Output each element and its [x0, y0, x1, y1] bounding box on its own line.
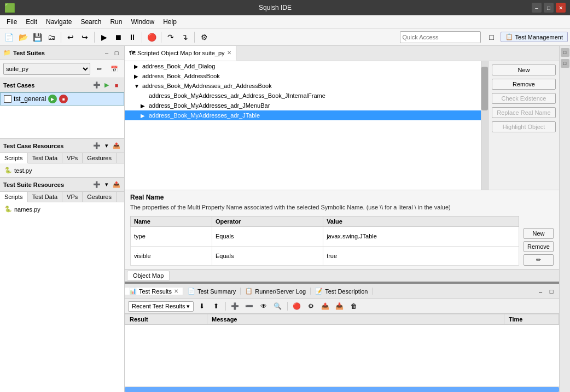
- bottom-minimize-btn[interactable]: –: [536, 287, 545, 296]
- test-management-button[interactable]: 📋 Test Management: [501, 32, 568, 42]
- resource-add-btn[interactable]: ➕: [92, 142, 101, 150]
- results-import-btn[interactable]: 📥: [334, 300, 346, 312]
- object-map-tab-close[interactable]: ✕: [227, 50, 231, 56]
- suite-resource-more-btn[interactable]: ▾: [102, 180, 111, 189]
- new-button[interactable]: New: [492, 65, 556, 75]
- tree-vscrollbar[interactable]: [481, 61, 488, 190]
- menu-search[interactable]: Search: [76, 17, 106, 27]
- menu-run[interactable]: Run: [106, 17, 126, 27]
- vscroll-thumb: [481, 67, 488, 110]
- fr-btn-2[interactable]: □: [561, 59, 569, 68]
- real-name-description: The properties of the Multi Property Nam…: [130, 203, 554, 212]
- toolbar-new-btn[interactable]: 📄: [2, 31, 15, 44]
- menu-help[interactable]: Help: [159, 17, 181, 27]
- tree-item-internal-frame[interactable]: address_Book_MyAddresses_adr_Address_Boo…: [125, 91, 481, 101]
- results-collapse-btn[interactable]: ➖: [243, 300, 255, 312]
- results-more-btn[interactable]: ⚙: [305, 300, 317, 312]
- prop-remove-button[interactable]: Remove: [524, 241, 554, 252]
- resource-export-btn[interactable]: 📤: [112, 142, 121, 150]
- results-expand-btn[interactable]: ➕: [229, 300, 241, 312]
- fr-btn-1[interactable]: □: [561, 48, 569, 57]
- tab-vps[interactable]: VPs: [62, 153, 83, 163]
- run-test-case-btn[interactable]: ▶: [102, 81, 111, 90]
- toolbar-record-btn[interactable]: 🔴: [145, 31, 158, 44]
- tab-test-description[interactable]: 📝 Test Description: [311, 288, 373, 295]
- suite-resource-add-btn[interactable]: ➕: [92, 180, 101, 189]
- toolbar-misc-btn[interactable]: ⚙: [197, 31, 211, 44]
- test-results-tab-close[interactable]: ✕: [174, 288, 178, 294]
- results-view-btn[interactable]: 👁: [258, 300, 270, 312]
- tab-scripts[interactable]: Scripts: [0, 153, 28, 163]
- close-button[interactable]: ✕: [556, 3, 566, 13]
- resource-more-btn[interactable]: ▾: [102, 142, 111, 150]
- suite-calendar-btn[interactable]: 📅: [108, 62, 121, 75]
- tree-item-add-dialog[interactable]: ▶ address_Book_Add_Dialog: [125, 61, 481, 71]
- suite-tab-test-data[interactable]: Test Data: [28, 192, 62, 202]
- tab-test-results[interactable]: 📊 Test Results ✕: [125, 288, 183, 295]
- toolbar-redo-btn[interactable]: ↪: [78, 31, 91, 44]
- remove-button[interactable]: Remove: [492, 79, 556, 90]
- suite-edit-btn[interactable]: ✏: [92, 62, 106, 75]
- test-case-resources-header: Test Case Resources ➕ ▾ 📤: [0, 139, 124, 153]
- check-existence-button[interactable]: Check Existence: [492, 93, 556, 104]
- file-test-py[interactable]: 🐍 test.py: [2, 166, 122, 175]
- results-clear-btn[interactable]: 🗑: [348, 300, 360, 312]
- tab-gestures[interactable]: Gestures: [83, 153, 117, 163]
- app-title: Squish IDE: [19, 4, 532, 11]
- results-filter-btn[interactable]: 🔍: [272, 300, 284, 312]
- maximize-button[interactable]: □: [544, 3, 554, 13]
- results-export-btn[interactable]: 📤: [319, 300, 331, 312]
- test-case-item[interactable]: tst_general ▶ ■: [0, 92, 124, 106]
- toolbar-step-into-btn[interactable]: ↴: [178, 31, 191, 44]
- runner-icon: 📋: [245, 288, 253, 295]
- suite-resource-export-btn[interactable]: 📤: [112, 180, 121, 189]
- object-map-tab[interactable]: Object Map: [127, 271, 170, 280]
- toolbar-save-btn[interactable]: 💾: [31, 31, 44, 44]
- menu-window[interactable]: Window: [126, 17, 159, 27]
- menu-edit[interactable]: Edit: [21, 17, 42, 27]
- tab-test-summary[interactable]: 📄 Test Summary: [183, 288, 241, 295]
- open-perspective-btn[interactable]: □: [485, 31, 498, 44]
- test-case-stop-btn[interactable]: ■: [59, 95, 68, 103]
- bottom-maximize-btn[interactable]: □: [547, 287, 556, 296]
- tree-item-jtable[interactable]: ▶ address_Book_MyAddresses_adr_JTable: [125, 110, 481, 120]
- results-up-btn[interactable]: ⬆: [210, 300, 222, 312]
- test-case-run-btn[interactable]: ▶: [48, 95, 57, 103]
- suite-tab-gestures[interactable]: Gestures: [83, 192, 117, 202]
- toolbar-undo-btn[interactable]: ↩: [64, 31, 77, 44]
- results-stop-btn[interactable]: 🔴: [291, 300, 303, 312]
- h-scrollbar[interactable]: [125, 387, 559, 392]
- toolbar-run-btn[interactable]: ▶: [97, 31, 110, 44]
- menu-navigate[interactable]: Navigate: [42, 17, 76, 27]
- test-case-checkbox[interactable]: [4, 95, 11, 103]
- recent-results-dropdown[interactable]: Recent Test Results ▾: [128, 301, 194, 312]
- suite-tab-scripts[interactable]: Scripts: [0, 192, 28, 202]
- stop-test-case-btn[interactable]: ■: [112, 81, 121, 90]
- prop-new-button[interactable]: New: [524, 228, 554, 239]
- suite-tab-vps[interactable]: VPs: [62, 192, 83, 202]
- replace-real-name-button[interactable]: Replace Real Name: [492, 107, 556, 118]
- test-management-label: Test Management: [515, 34, 563, 40]
- prop-edit-btn[interactable]: ✏: [524, 254, 554, 266]
- tree-item-menu-bar[interactable]: ▶ address_Book_MyAddresses_adr_JMenuBar: [125, 101, 481, 110]
- toolbar-save-all-btn[interactable]: 🗂: [45, 31, 58, 44]
- tree-item-my-addresses[interactable]: ▼ address_Book_MyAddresses_adr_AddressBo…: [125, 81, 481, 91]
- test-suites-maximize-btn[interactable]: □: [112, 49, 121, 57]
- search-input[interactable]: [400, 31, 481, 43]
- file-names-py[interactable]: 🐍 names.py: [2, 204, 122, 214]
- toolbar-pause-btn[interactable]: ⏸: [126, 31, 139, 44]
- minimize-button[interactable]: –: [532, 3, 542, 13]
- menu-file[interactable]: File: [2, 17, 21, 27]
- results-down-btn[interactable]: ⬇: [196, 300, 208, 312]
- highlight-object-button[interactable]: Highlight Object: [492, 121, 556, 132]
- editor-tab-object-map[interactable]: 🗺 Scripted Object Map for suite_py ✕: [125, 46, 236, 61]
- toolbar-step-over-btn[interactable]: ↷: [164, 31, 177, 44]
- add-test-case-btn[interactable]: ➕: [92, 81, 101, 90]
- tab-runner-server-log[interactable]: 📋 Runner/Server Log: [241, 288, 311, 295]
- tab-test-data[interactable]: Test Data: [28, 153, 62, 163]
- toolbar-open-btn[interactable]: 📂: [16, 31, 30, 44]
- test-suites-minimize-btn[interactable]: –: [102, 49, 111, 57]
- tree-item-address-book[interactable]: ▶ address_Book_AddressBook: [125, 71, 481, 81]
- toolbar-stop-btn[interactable]: ⏹: [112, 31, 125, 44]
- suite-dropdown[interactable]: suite_py: [3, 63, 90, 75]
